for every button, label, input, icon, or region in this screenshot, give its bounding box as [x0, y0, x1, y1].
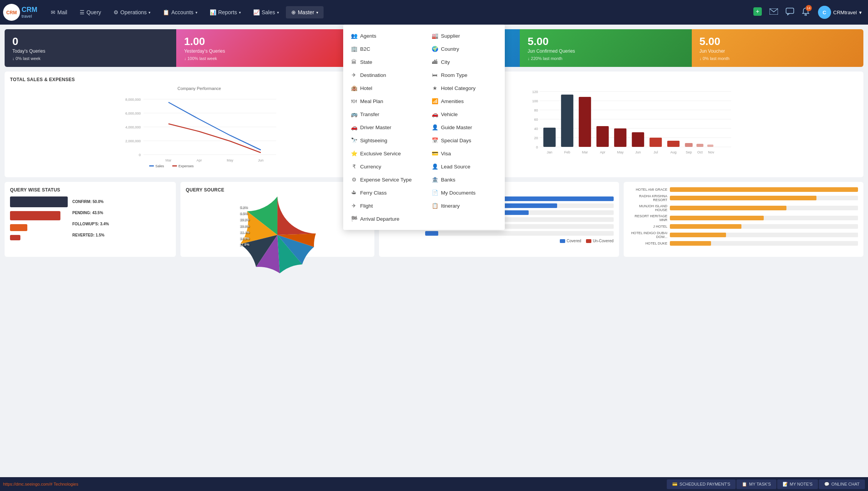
menu-flight[interactable]: ✈ Flight [343, 199, 424, 212]
svg-text:0: 0 [139, 153, 141, 157]
nav-items: ✉ Mail ☰ Query ⚙ Operations ▾ 📋 Accounts… [45, 6, 751, 18]
chat-icon[interactable] [783, 5, 796, 20]
svg-rect-41 [579, 97, 591, 147]
vehicle-icon: 🚗 [432, 111, 438, 117]
flight-icon: ✈ [351, 203, 357, 209]
accounts-chevron-icon: ▾ [195, 10, 197, 15]
menu-transfer[interactable]: 🚌 Transfer [343, 108, 424, 121]
banks-icon: 🏦 [432, 176, 438, 183]
menu-visa[interactable]: 💳 Visa [424, 147, 505, 160]
menu-exclusive-service[interactable]: ⭐ Exclusive Service [343, 147, 424, 160]
menu-room-type[interactable]: 🛏 Room Type [424, 68, 505, 82]
qws-bar-reverted [10, 235, 68, 240]
menu-country[interactable]: 🌍 Country [424, 42, 505, 55]
stat-jun-voucher-change: ↓ 0% last month [699, 56, 856, 61]
menu-state[interactable]: 🏛 State [343, 55, 424, 68]
hotel-j: J HOTEL [629, 224, 858, 229]
menu-special-days[interactable]: 📅 Special Days [424, 134, 505, 147]
svg-text:80: 80 [534, 108, 538, 112]
nav-query[interactable]: ☰ Query [74, 6, 107, 18]
exclusive-service-label: Exclusive Service [360, 151, 401, 156]
nav-sales[interactable]: 📈 Sales ▾ [248, 6, 284, 18]
menu-destination[interactable]: ✈ Destination [343, 68, 424, 82]
menu-hotel-category[interactable]: ★ Hotel Category [424, 82, 505, 95]
menu-b2c[interactable]: 🏢 B2C [343, 42, 424, 55]
notification-icon[interactable]: 14 [800, 5, 812, 20]
dropdown-right-col: 🏭 Supplier 🌍 Country 🏙 City 🛏 Room Type … [424, 29, 505, 225]
add-button[interactable]: + [751, 5, 764, 20]
banks-label: Banks [441, 177, 456, 183]
nav-accounts[interactable]: 📋 Accounts ▾ [157, 6, 203, 18]
svg-rect-45 [649, 138, 662, 147]
room-type-icon: 🛏 [432, 72, 438, 78]
svg-text:20: 20 [534, 136, 538, 140]
agent-6 [384, 231, 613, 236]
hotel-ami-grace: HOTEL AMI GRACE [629, 187, 858, 192]
hotel-resort-heritage: RESORT HERITAGE MNR [629, 214, 858, 222]
supplier-icon: 🏭 [432, 33, 438, 39]
menu-guide-master[interactable]: 👤 Guide Master [424, 121, 505, 134]
room-type-label: Room Type [441, 72, 467, 78]
user-menu-button[interactable]: C CRMtravel ▾ [815, 4, 865, 20]
menu-expense-service-type[interactable]: ⚙ Expense Service Type [343, 173, 424, 186]
menu-currency[interactable]: ₹ Currency [343, 160, 424, 173]
svg-rect-42 [596, 126, 609, 147]
menu-supplier[interactable]: 🏭 Supplier [424, 29, 505, 42]
nav-mail[interactable]: ✉ Mail [45, 6, 73, 18]
svg-text:0: 0 [536, 145, 538, 149]
nav-reports[interactable]: 📊 Reports ▾ [204, 6, 246, 18]
total-sales-title: TOTAL SALES & EXPENSES [10, 77, 389, 82]
ferry-class-icon: ⛴ [351, 190, 357, 196]
svg-text:Jul: Jul [653, 150, 658, 154]
svg-text:Feb: Feb [564, 150, 570, 154]
agents-label: Agents [360, 33, 376, 39]
nav-master[interactable]: ⊕ Master ▾ [286, 6, 324, 18]
menu-hotel[interactable]: 🏨 Hotel [343, 82, 424, 95]
qws-bar-confirm [10, 196, 68, 207]
qws-label-followup: FOLLOWUP'S: 3.4% [72, 222, 109, 226]
hotel-indigo: HOTEL INDIGO DUBAI DOW... [629, 231, 858, 239]
svg-text:Apr: Apr [197, 158, 202, 162]
flight-label: Flight [360, 203, 373, 209]
menu-meal-plan[interactable]: 🍽 Meal Plan [343, 95, 424, 108]
svg-text:May: May [617, 150, 624, 154]
svg-text:Jun: Jun [258, 158, 264, 162]
menu-amenities[interactable]: 📶 Amenities [424, 95, 505, 108]
sales-icon: 📈 [253, 9, 260, 15]
nav-operations[interactable]: ⚙ Operations ▾ [108, 6, 156, 18]
exclusive-service-icon: ⭐ [351, 150, 357, 156]
master-chevron-icon: ▾ [316, 10, 318, 15]
svg-text:CRM: CRM [6, 10, 17, 15]
menu-itinerary[interactable]: 📋 Itinerary [424, 199, 505, 212]
hotel-radha-krishna: RADHA KRISHNA RESORT [629, 194, 858, 202]
menu-ferry-class[interactable]: ⛴ Ferry Class [343, 186, 424, 199]
state-icon: 🏛 [351, 59, 357, 65]
menu-banks[interactable]: 🏦 Banks [424, 173, 505, 186]
nav-master-label: Master [298, 9, 314, 15]
svg-text:100: 100 [532, 99, 538, 103]
menu-vehicle[interactable]: 🚗 Vehicle [424, 108, 505, 121]
menu-lead-source[interactable]: 👤 Lead Source [424, 160, 505, 173]
stat-jun-voucher-value: 5.00 [699, 35, 856, 48]
menu-my-documents[interactable]: 📄 My Documents [424, 186, 505, 199]
logo[interactable]: CRM CRM travel [3, 4, 38, 21]
legend-uncovered: Un-Covered [586, 239, 614, 243]
amenities-icon: 📶 [432, 98, 438, 104]
menu-sightseeing[interactable]: 🔭 Sightseeing [343, 134, 424, 147]
email-icon[interactable] [767, 6, 780, 19]
total-sales-card: TOTAL SALES & EXPENSES Company Performan… [5, 72, 394, 177]
top-hotels-chart: HOTEL AMI GRACE RADHA KRISHNA RESORT MUN… [629, 187, 858, 246]
menu-driver-master[interactable]: 🚗 Driver Master [343, 121, 424, 134]
qws-chart: CONFIRM: 50.0% PENDING: 43.5% FOLLOWUP'S… [10, 196, 170, 240]
menu-agents[interactable]: 👥 Agents [343, 29, 424, 42]
amenities-label: Amenities [441, 98, 464, 104]
itinerary-label: Itinerary [441, 203, 460, 209]
transfer-icon: 🚌 [351, 111, 357, 117]
qws-bars [10, 196, 68, 240]
stat-jun-confirmed-change: ↓ 220% last month [527, 56, 684, 61]
menu-arrival-departure[interactable]: 🏁 Arrival Departure [343, 212, 424, 225]
svg-text:40: 40 [534, 127, 538, 131]
stat-yesterday-label: Yesterday's Queries [184, 48, 340, 54]
b2c-label: B2C [360, 46, 370, 52]
menu-city[interactable]: 🏙 City [424, 55, 505, 68]
